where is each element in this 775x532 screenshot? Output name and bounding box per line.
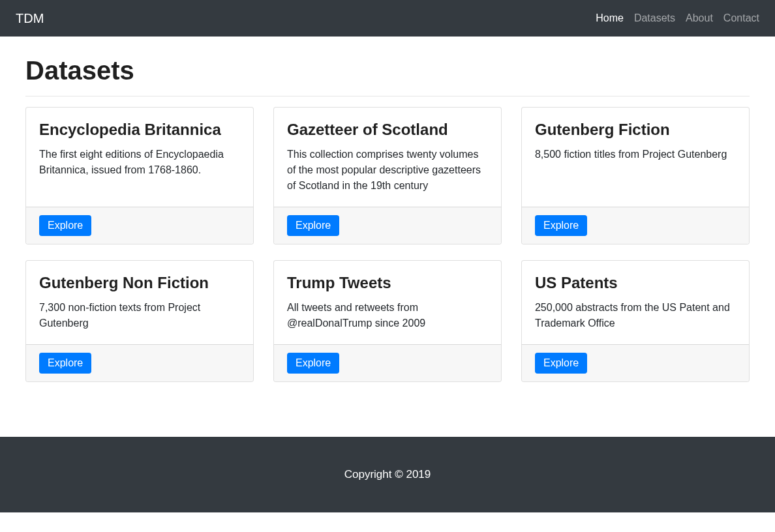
- explore-button[interactable]: Explore: [39, 215, 91, 236]
- card-text: This collection comprises twenty volumes…: [287, 147, 488, 194]
- card-title: Gazetteer of Scotland: [287, 121, 488, 139]
- card-body: Gazetteer of Scotland This collection co…: [274, 108, 501, 207]
- explore-button[interactable]: Explore: [287, 215, 339, 236]
- nav-home[interactable]: Home: [596, 7, 624, 29]
- card-footer: Explore: [26, 207, 253, 244]
- explore-button[interactable]: Explore: [535, 353, 587, 374]
- navbar-inner: TDM Home Datasets About Contact: [16, 11, 759, 26]
- site-footer: Copyright © 2019: [0, 437, 775, 512]
- page-title: Datasets: [25, 56, 750, 85]
- nav-datasets[interactable]: Datasets: [634, 7, 675, 29]
- card-text: 250,000 abstracts from the US Patent and…: [535, 300, 736, 331]
- card-row-1: Encyclopedia Britannica The first eight …: [16, 107, 759, 398]
- card-footer: Explore: [26, 344, 253, 381]
- brand-link[interactable]: TDM: [16, 11, 44, 26]
- navbar: TDM Home Datasets About Contact: [0, 0, 775, 37]
- dataset-card: Gutenberg Fiction 8,500 fiction titles f…: [521, 107, 750, 244]
- dataset-card: Trump Tweets All tweets and retweets fro…: [273, 260, 502, 382]
- card-title: Gutenberg Fiction: [535, 121, 736, 139]
- card-body: Encyclopedia Britannica The first eight …: [26, 108, 253, 207]
- divider: [25, 96, 750, 96]
- card-title: Gutenberg Non Fiction: [39, 274, 240, 292]
- explore-button[interactable]: Explore: [287, 353, 339, 374]
- card-footer: Explore: [522, 207, 749, 244]
- card-body: Gutenberg Fiction 8,500 fiction titles f…: [522, 108, 749, 207]
- dataset-card: US Patents 250,000 abstracts from the US…: [521, 260, 750, 382]
- nav-contact[interactable]: Contact: [723, 7, 759, 29]
- card-text: The first eight editions of Encyclopaedi…: [39, 147, 240, 178]
- card-body: Trump Tweets All tweets and retweets fro…: [274, 261, 501, 344]
- card-footer: Explore: [274, 207, 501, 244]
- nav-links: Home Datasets About Contact: [596, 12, 759, 24]
- explore-button[interactable]: Explore: [535, 215, 587, 236]
- card-text: 8,500 fiction titles from Project Gutenb…: [535, 147, 736, 162]
- card-body: Gutenberg Non Fiction 7,300 non-fiction …: [26, 261, 253, 344]
- dataset-card: Encyclopedia Britannica The first eight …: [25, 107, 254, 244]
- card-footer: Explore: [274, 344, 501, 381]
- card-text: All tweets and retweets from @realDonalT…: [287, 300, 488, 331]
- card-footer: Explore: [522, 344, 749, 381]
- card-body: US Patents 250,000 abstracts from the US…: [522, 261, 749, 344]
- nav-about[interactable]: About: [686, 7, 713, 29]
- explore-button[interactable]: Explore: [39, 353, 91, 374]
- dataset-card: Gazetteer of Scotland This collection co…: [273, 107, 502, 244]
- main-container: Datasets Encyclopedia Britannica The fir…: [16, 56, 759, 398]
- card-title: Trump Tweets: [287, 274, 488, 292]
- card-title: US Patents: [535, 274, 736, 292]
- card-title: Encyclopedia Britannica: [39, 121, 240, 139]
- card-text: 7,300 non-fiction texts from Project Gut…: [39, 300, 240, 331]
- footer-text: Copyright © 2019: [0, 468, 775, 481]
- dataset-card: Gutenberg Non Fiction 7,300 non-fiction …: [25, 260, 254, 382]
